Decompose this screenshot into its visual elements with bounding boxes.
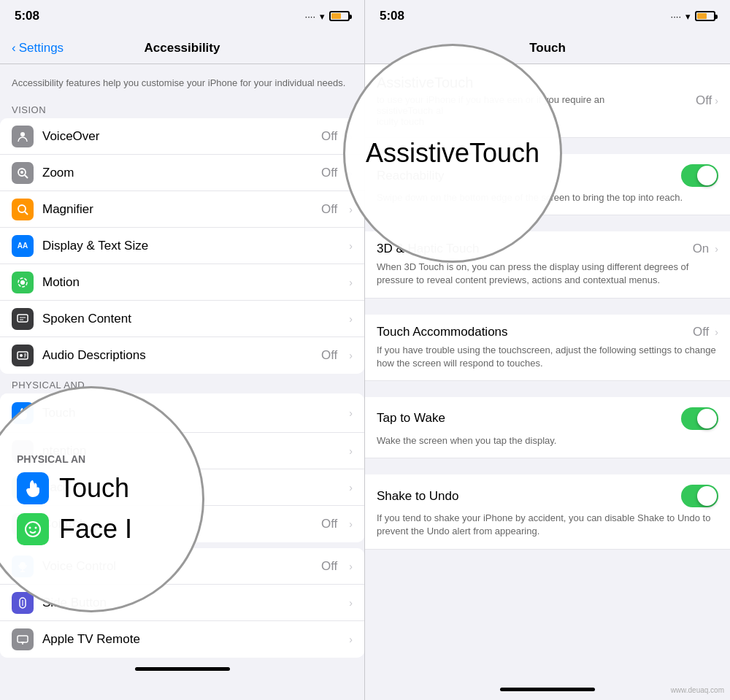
shake-row[interactable]: Shake to Undo If you tend to shake your … — [365, 474, 730, 549]
apple-tv-item[interactable]: Apple TV Remote › — [0, 621, 364, 658]
spoken-content-item[interactable]: Spoken Content › — [0, 301, 364, 337]
haptic-value: On — [693, 242, 710, 256]
haptic-chevron: › — [715, 243, 718, 255]
gap3 — [365, 299, 730, 315]
back-button[interactable]: ‹ Settings — [12, 41, 64, 55]
magnifier-chevron: › — [349, 204, 353, 215]
shake-toggle[interactable] — [681, 485, 718, 507]
display-text-label: Display & Text Size — [42, 239, 340, 253]
voice-control-chevron: › — [349, 561, 353, 572]
audio-desc-value: Off — [321, 348, 337, 363]
apple-tv-label: Apple TV Remote — [42, 632, 340, 647]
right-panel: 5:08 ···· ▾ Touch AssistiveTouch Assisti… — [365, 0, 730, 700]
display-text-icon: AA — [12, 235, 34, 257]
right-battery-icon — [695, 11, 715, 21]
motion-item[interactable]: Motion › — [0, 264, 364, 301]
left-home-indicator — [0, 658, 364, 680]
voiceover-icon — [12, 126, 34, 147]
chevron-left-icon: ‹ — [12, 41, 16, 55]
assistivetouch-value-row: Off › — [696, 93, 718, 108]
haptic-desc: When 3D Touch is on, you can press the d… — [377, 261, 718, 287]
svg-point-29 — [35, 527, 37, 529]
left-panel: 5:08 ···· ▾ ‹ Settings Accessibility Acc… — [0, 0, 365, 700]
motion-icon — [12, 272, 34, 293]
apple-tv-chevron: › — [349, 634, 353, 645]
zoom-value: Off — [321, 166, 337, 180]
svg-line-2 — [25, 175, 28, 178]
description-text: Accessibility features help you customis… — [12, 77, 345, 88]
circle-face-item[interactable]: Face I — [17, 513, 132, 545]
touch-chevron: › — [349, 407, 353, 419]
gap4 — [365, 381, 730, 397]
apple-tv-icon — [12, 628, 34, 650]
circle-face-icon — [17, 513, 49, 545]
haptic-value-row: On › — [693, 242, 718, 256]
physical-header: PHYSICAL AND — [0, 374, 364, 393]
touch-acc-row[interactable]: Touch Accommodations Off › If you have t… — [365, 315, 730, 381]
svg-point-27 — [26, 522, 40, 536]
magnifier-icon — [12, 199, 34, 220]
motion-chevron: › — [349, 277, 353, 288]
voiceover-item[interactable]: VoiceOver Off › — [0, 118, 364, 155]
motion-label: Motion — [42, 275, 340, 290]
circle-touch-icon — [17, 472, 49, 504]
display-text-chevron: › — [349, 240, 353, 252]
wifi-icon: ▾ — [320, 11, 325, 22]
right-status-icons: ···· ▾ — [671, 11, 715, 22]
voiceover-value: Off — [321, 129, 337, 144]
tap-wake-toggle[interactable] — [681, 407, 718, 430]
left-nav-title: Accessibility — [145, 41, 220, 55]
svg-point-4 — [18, 205, 26, 212]
svg-line-5 — [25, 212, 28, 215]
svg-rect-8 — [18, 315, 28, 322]
toggle-thumb — [697, 166, 717, 185]
right-time: 5:08 — [380, 9, 404, 23]
svg-point-3 — [20, 171, 23, 174]
audio-desc-label: Audio Descriptions — [42, 348, 312, 363]
shake-thumb — [697, 486, 717, 506]
assistivetouch-chevron: › — [715, 95, 718, 107]
svg-point-28 — [29, 527, 31, 529]
vision-header: VISION — [0, 99, 364, 118]
spoken-content-label: Spoken Content — [42, 312, 340, 326]
audio-desc-chevron: › — [349, 350, 353, 361]
spoken-content-chevron: › — [349, 313, 353, 325]
audio-desc-item[interactable]: Audio Descriptions Off › — [0, 337, 364, 374]
zoom-icon — [12, 162, 34, 184]
magnifier-value: Off — [321, 202, 337, 217]
reachability-toggle[interactable] — [681, 164, 718, 187]
left-status-icons: ···· ▾ — [305, 11, 350, 22]
touch-acc-chevron: › — [715, 326, 718, 338]
svg-point-12 — [20, 354, 23, 357]
circle-touch-item[interactable]: Touch — [17, 472, 129, 504]
right-status-bar: 5:08 ···· ▾ — [365, 0, 730, 32]
vision-group: VoiceOver Off › Zoom Off › Magnifier Off… — [0, 118, 364, 374]
face-chevron: › — [349, 482, 353, 493]
right-nav-title: Touch — [529, 41, 566, 55]
signal-icon: ···· — [305, 11, 315, 22]
display-text-item[interactable]: AA Display & Text Size › — [0, 228, 364, 264]
zoom-item[interactable]: Zoom Off › — [0, 155, 364, 191]
tap-wake-row[interactable]: Tap to Wake Wake the screen when you tap… — [365, 397, 730, 458]
watermark: www.deuaq.com — [671, 686, 724, 694]
gap5 — [365, 458, 730, 474]
right-wifi-icon: ▾ — [685, 11, 691, 22]
spoken-content-icon — [12, 308, 34, 330]
circle-assistive-label: AssistiveTouch — [351, 123, 554, 183]
battery-icon — [329, 11, 350, 21]
right-signal-icon: ···· — [671, 11, 681, 22]
magnifier-item[interactable]: Magnifier Off › — [0, 191, 364, 228]
svg-rect-24 — [18, 636, 28, 642]
left-time: 5:08 — [15, 9, 39, 23]
circle-face-label: Face I — [59, 514, 132, 545]
touch-acc-desc: If you have trouble using the touchscree… — [377, 344, 718, 370]
left-nav-bar: ‹ Settings Accessibility — [0, 32, 364, 64]
side-button-chevron: › — [349, 597, 353, 609]
touch-acc-value-row: Off › — [693, 325, 718, 339]
tap-wake-desc: Wake the screen when you tap the display… — [377, 434, 718, 447]
description-section: Accessibility features help you customis… — [0, 64, 364, 99]
svg-point-0 — [20, 132, 25, 136]
left-status-bar: 5:08 ···· ▾ — [0, 0, 364, 32]
svg-point-6 — [20, 280, 25, 285]
magnifier-label: Magnifier — [42, 202, 312, 217]
